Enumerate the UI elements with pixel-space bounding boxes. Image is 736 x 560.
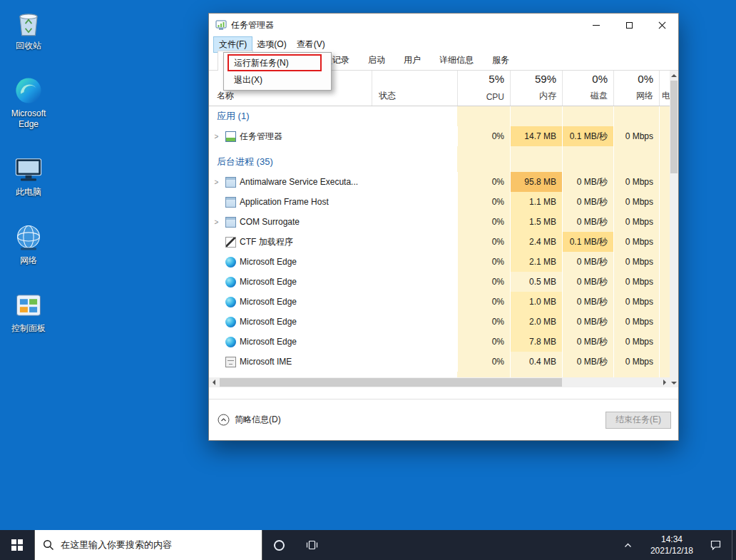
menu-item-label: 运行新任务(N): [234, 57, 289, 69]
column-disk[interactable]: 0% 磁盘: [562, 71, 613, 106]
menu-item-label: 退出(X): [234, 74, 262, 86]
process-name: Antimalware Service Executa...: [240, 177, 358, 187]
memory-value: 14.7 MB: [510, 126, 562, 146]
scroll-right-arrow-icon[interactable]: [660, 377, 670, 387]
vertical-scrollbar[interactable]: [670, 71, 678, 387]
menu-file[interactable]: 文件(F): [214, 37, 252, 52]
status-value: [372, 292, 457, 312]
group-header-row[interactable]: 后台进程 (35): [209, 152, 670, 172]
process-row[interactable]: Antimalware Service Executa...0%95.8 MB0…: [209, 172, 670, 192]
menu-item-run-new-task[interactable]: 运行新任务(N): [224, 54, 331, 71]
process-row[interactable]: 任务管理器0%14.7 MB0.1 MB/秒0 Mbps: [209, 126, 670, 146]
column-power[interactable]: 电: [659, 71, 670, 106]
desktop-icons: 回收站 Microsoft Edge 此电脑: [3, 7, 54, 333]
chevron-up-circle-icon: [218, 414, 230, 426]
menubar: 文件(F) 选项(O) 查看(V): [209, 36, 678, 52]
show-desktop-button[interactable]: [732, 530, 736, 560]
desktop-icon-this-pc[interactable]: 此电脑: [3, 153, 54, 197]
column-power-label: 电: [662, 90, 670, 102]
cpu-value: 0%: [457, 212, 510, 232]
tab-services[interactable]: 服务: [483, 51, 518, 70]
menu-options[interactable]: 选项(O): [252, 37, 291, 52]
disk-value: 0.1 MB/秒: [562, 126, 613, 146]
desktop-icon-recycle-bin[interactable]: 回收站: [3, 7, 54, 51]
process-name: Microsoft IME: [240, 357, 292, 367]
taskbar: 在这里输入你要搜索的内容 14:34 2021/12/18: [0, 530, 736, 560]
menu-item-exit[interactable]: 退出(X): [224, 71, 331, 88]
process-row[interactable]: Application Frame Host0%1.1 MB0 MB/秒0 Mb…: [209, 192, 670, 212]
tab-users[interactable]: 用户: [394, 51, 430, 70]
start-button[interactable]: [0, 530, 34, 560]
task-manager-icon: [215, 19, 227, 31]
vertical-scroll-thumb[interactable]: [670, 81, 678, 173]
process-row[interactable]: Microsoft IME0%0.4 MB0 MB/秒0 Mbps: [209, 352, 670, 372]
expand-chevron-icon[interactable]: [211, 178, 222, 186]
status-value: [372, 232, 457, 252]
ctf-icon: [225, 237, 236, 248]
disk-value: 0 MB/秒: [562, 272, 613, 292]
horizontal-scrollbar[interactable]: [209, 377, 670, 387]
taskbar-search[interactable]: 在这里输入你要搜索的内容: [34, 530, 262, 560]
memory-value: 2.1 MB: [510, 252, 562, 272]
disk-total-percent: 0%: [592, 73, 608, 85]
scroll-down-arrow-icon[interactable]: [670, 378, 678, 387]
column-cpu[interactable]: 5% CPU: [457, 71, 510, 106]
memory-value: 1.1 MB: [510, 192, 562, 212]
menu-view[interactable]: 查看(V): [292, 37, 330, 52]
column-status[interactable]: 状态: [372, 71, 457, 106]
window-title: 任务管理器: [231, 19, 274, 31]
titlebar[interactable]: 任务管理器: [209, 14, 678, 36]
network-value: 0 Mbps: [613, 312, 659, 332]
tab-startup[interactable]: 启动: [359, 51, 394, 70]
process-row[interactable]: COM Surrogate0%1.5 MB0 MB/秒0 Mbps: [209, 212, 670, 232]
taskbar-clock[interactable]: 14:34 2021/12/18: [645, 530, 699, 560]
column-status-label: 状态: [379, 90, 396, 102]
minimize-button[interactable]: [580, 14, 613, 36]
process-row[interactable]: Microsoft Edge0%7.8 MB0 MB/秒0 Mbps: [209, 332, 670, 352]
action-center-button[interactable]: [699, 530, 732, 560]
desktop-icon-microsoft-edge[interactable]: Microsoft Edge: [3, 75, 54, 129]
desktop-icon-network[interactable]: 网络: [3, 222, 54, 265]
desktop-icon-label: 网络: [20, 255, 37, 265]
horizontal-scroll-thumb[interactable]: [220, 378, 562, 387]
tray-expand-button[interactable]: [612, 530, 645, 560]
notification-icon: [710, 539, 722, 551]
column-memory[interactable]: 59% 内存: [510, 71, 562, 106]
cpu-value: 0%: [457, 172, 510, 192]
process-row[interactable]: Microsoft Edge0%2.1 MB0 MB/秒0 Mbps: [209, 252, 670, 272]
process-row[interactable]: CTF 加载程序0%2.4 MB0.1 MB/秒0 Mbps: [209, 232, 670, 252]
task-view-button[interactable]: [295, 530, 328, 560]
status-value: [372, 352, 457, 372]
scroll-up-arrow-icon[interactable]: [670, 71, 678, 80]
process-row[interactable]: Microsoft Edge0%2.0 MB0 MB/秒0 Mbps: [209, 312, 670, 332]
process-row[interactable]: Microsoft Edge0%0.5 MB0 MB/秒0 Mbps: [209, 272, 670, 292]
memory-value: 1.5 MB: [510, 212, 562, 232]
column-network[interactable]: 0% 网络: [613, 71, 659, 106]
expand-chevron-icon[interactable]: [211, 133, 222, 141]
expand-chevron-icon[interactable]: [211, 218, 222, 226]
details-toggle[interactable]: 简略信息(D): [218, 414, 281, 426]
process-name: Microsoft Edge: [240, 317, 297, 327]
search-icon: [43, 539, 54, 551]
clock-date: 2021/12/18: [650, 545, 693, 556]
cortana-button[interactable]: [262, 530, 295, 560]
disk-value: 0 MB/秒: [562, 352, 613, 372]
column-disk-label: 磁盘: [591, 90, 608, 102]
status-value: [372, 212, 457, 232]
disk-value: 0.1 MB/秒: [562, 232, 613, 252]
cpu-value: 0%: [457, 126, 510, 146]
disk-value: 0 MB/秒: [562, 172, 613, 192]
network-value: 0 Mbps: [613, 352, 659, 372]
window-icon: [225, 197, 236, 208]
maximize-button[interactable]: [613, 14, 645, 36]
scroll-left-arrow-icon[interactable]: [209, 377, 219, 387]
desktop-icon-control-panel[interactable]: 控制面板: [3, 290, 54, 333]
process-row[interactable]: Microsoft Edge0%1.0 MB0 MB/秒0 Mbps: [209, 292, 670, 312]
tab-details[interactable]: 详细信息: [430, 51, 483, 70]
close-button[interactable]: [645, 14, 678, 36]
maximize-icon: [626, 22, 633, 29]
network-value: 0 Mbps: [613, 172, 659, 192]
end-task-button[interactable]: 结束任务(E): [605, 412, 671, 429]
process-name: 任务管理器: [240, 131, 282, 143]
group-header-row[interactable]: 应用 (1): [209, 106, 670, 126]
